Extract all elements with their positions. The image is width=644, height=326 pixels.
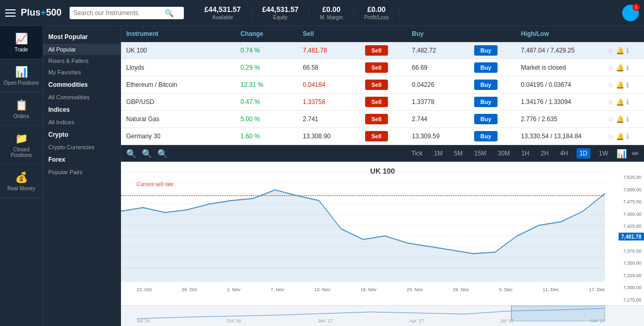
sell-price: 66.58: [303, 64, 365, 71]
info-icon[interactable]: ℹ: [626, 47, 629, 55]
buy-button[interactable]: Buy: [474, 80, 498, 90]
info-icon[interactable]: ℹ: [626, 98, 629, 106]
info-icon[interactable]: ℹ: [626, 115, 629, 123]
chart-type-button[interactable]: 📊: [616, 149, 627, 159]
stat-margin: £0.00 M. Margin: [310, 5, 354, 20]
menu-icon[interactable]: [5, 9, 16, 17]
category-item-all-indices[interactable]: All Indices: [43, 116, 120, 128]
col-actions: [608, 30, 639, 37]
star-icon[interactable]: ☆: [608, 115, 614, 123]
buy-button[interactable]: Buy: [474, 114, 498, 124]
sell-price: 13,308.90: [303, 133, 365, 140]
time-btn-1w[interactable]: 1W: [596, 148, 611, 159]
buy-button[interactable]: Buy: [474, 62, 498, 73]
category-item-all-popular[interactable]: All Popular: [43, 44, 120, 55]
draw-button[interactable]: ✏: [632, 149, 639, 159]
x-label: 11. Dec: [543, 287, 559, 292]
sell-price: 1.33758: [303, 98, 365, 106]
bell-icon[interactable]: 🔔: [616, 133, 624, 140]
bell-icon[interactable]: 🔔: [616, 98, 624, 106]
sell-button[interactable]: Sell: [365, 97, 388, 107]
buy-button[interactable]: Buy: [474, 45, 498, 56]
minimap-labels: Jul '16 Oct '16 Jan '17 Apr '17 Jul '17 …: [137, 318, 605, 323]
zoom-out-button[interactable]: 🔍: [126, 149, 137, 159]
buy-price: 66.69: [412, 64, 474, 71]
header-right: 🌐 5: [622, 5, 639, 21]
category-item-popular-pairs[interactable]: Popular Pairs: [43, 166, 120, 178]
sell-button-cell: Sell: [365, 131, 412, 141]
minimap-label: Jul '17: [501, 318, 514, 323]
header-stats: £44,531.57 Available £44,531.57 Equity £…: [194, 5, 400, 20]
high-low-value: 7,487.04 / 7,429.25: [521, 47, 608, 54]
info-icon[interactable]: ℹ: [626, 64, 629, 72]
bell-icon[interactable]: 🔔: [616, 81, 624, 89]
star-icon[interactable]: ☆: [608, 64, 614, 72]
minimap-label: Oct '16: [226, 318, 241, 323]
category-header-commodities: Commodities: [43, 78, 120, 92]
stat-profit: £0.00 Profit/Loss: [354, 5, 399, 20]
bell-icon[interactable]: 🔔: [616, 64, 624, 72]
col-high-low: High/Low: [521, 30, 608, 37]
x-label: 5. Dec: [499, 287, 513, 292]
category-item-all-commodities[interactable]: All Commodities: [43, 92, 120, 103]
sidebar: 📈 Trade 📊 Open Positions 📋 Orders 📁 Clos…: [0, 26, 43, 326]
time-btn-5m[interactable]: 5M: [451, 148, 466, 159]
bell-icon[interactable]: 🔔: [616, 115, 624, 123]
sidebar-item-orders[interactable]: 📋 Orders: [0, 93, 43, 126]
notifications-button[interactable]: 🌐 5: [622, 5, 639, 21]
change-value: 0.47 %: [240, 98, 303, 106]
sell-button-cell: Sell: [365, 45, 412, 56]
sidebar-item-open-positions[interactable]: 📊 Open Positions: [0, 59, 43, 93]
sell-button[interactable]: Sell: [365, 80, 388, 90]
star-icon[interactable]: ☆: [608, 81, 614, 89]
stat-available: £44,531.57 Available: [194, 5, 252, 20]
search-box[interactable]: 🔍: [70, 7, 184, 19]
sell-button[interactable]: Sell: [365, 62, 388, 73]
y-label: 7,525.00: [610, 175, 641, 180]
sidebar-item-trade[interactable]: 📈 Trade: [0, 26, 43, 59]
zoom-in-button[interactable]: 🔍: [142, 149, 152, 159]
minimap[interactable]: Jul '16 Oct '16 Jan '17 Apr '17 Jul '17 …: [121, 305, 644, 326]
table-row[interactable]: Lloyds 0.29 % 66.58 Sell 66.69 Buy Marke…: [121, 59, 644, 76]
time-btn-2h[interactable]: 2H: [538, 148, 552, 159]
time-btn-15m[interactable]: 15M: [471, 148, 489, 159]
bell-icon[interactable]: 🔔: [616, 47, 624, 55]
time-btn-4h[interactable]: 4H: [557, 148, 571, 159]
star-icon[interactable]: ☆: [608, 47, 614, 55]
star-icon[interactable]: ☆: [608, 133, 614, 140]
x-label: 23. Nov: [407, 287, 423, 292]
sidebar-item-real-money[interactable]: 💰 Real Money: [0, 165, 43, 198]
table-row[interactable]: Ethereum / Bitcoin 12.31 % 0.04184 Sell …: [121, 76, 644, 94]
y-label: 7,450.00: [610, 212, 641, 217]
category-item-crypto-currencies[interactable]: Crypto Currencies: [43, 141, 120, 153]
y-label: 7,500.00: [610, 187, 641, 192]
category-item-favorites[interactable]: My Favorites: [43, 67, 120, 78]
minimap-label: Oct '17: [591, 318, 605, 323]
table-header: Instrument Change Sell Buy High/Low: [121, 26, 644, 42]
search-input[interactable]: [74, 9, 162, 17]
star-icon[interactable]: ☆: [608, 98, 614, 106]
buy-button[interactable]: Buy: [474, 97, 498, 107]
info-icon[interactable]: ℹ: [626, 133, 629, 140]
table-row[interactable]: UK 100 0.74 % 7,481.78 Sell 7,482.72 Buy…: [121, 42, 644, 59]
table-row[interactable]: Germany 30 1.60 % 13,308.90 Sell 13,309.…: [121, 128, 644, 145]
time-btn-30m[interactable]: 30M: [494, 148, 513, 159]
table-row[interactable]: Natural Gas 5.00 % 2.741 Sell 2.744 Buy …: [121, 111, 644, 128]
change-value: 0.29 %: [240, 64, 303, 71]
sell-button[interactable]: Sell: [365, 45, 388, 56]
time-btn-1m[interactable]: 1M: [431, 148, 446, 159]
time-btn-tick[interactable]: Tick: [408, 148, 426, 159]
content-area: Instrument Change Sell Buy High/Low UK 1…: [121, 26, 644, 326]
sidebar-item-closed-positions[interactable]: 📁 Closed Positions: [0, 126, 43, 165]
info-icon[interactable]: ℹ: [626, 81, 629, 89]
sell-button[interactable]: Sell: [365, 131, 388, 141]
time-btn-1h[interactable]: 1H: [518, 148, 532, 159]
sell-button[interactable]: Sell: [365, 114, 388, 124]
table-row[interactable]: GBP/USD 0.47 % 1.33758 Sell 1.33778 Buy …: [121, 94, 644, 111]
zoom-reset-button[interactable]: 🔍: [157, 149, 168, 159]
buy-button-cell: Buy: [474, 45, 521, 56]
time-btn-1d[interactable]: 1D: [576, 148, 591, 159]
buy-button[interactable]: Buy: [474, 131, 498, 141]
category-item-risers[interactable]: Risers & Fallers: [43, 55, 120, 67]
x-label: 19. Nov: [360, 287, 377, 292]
